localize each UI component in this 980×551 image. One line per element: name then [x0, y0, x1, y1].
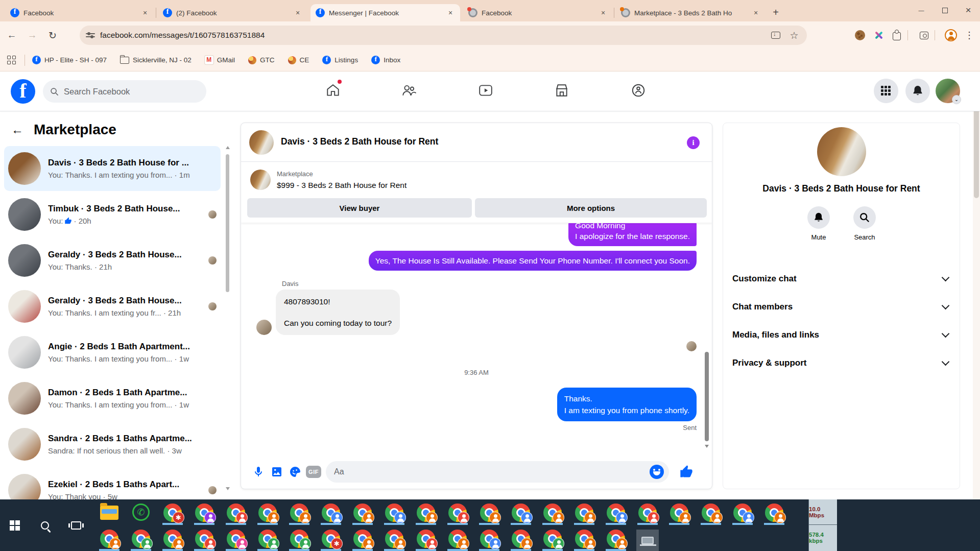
- taskbar-app-10[interactable]: [378, 530, 410, 551]
- message-scrollbar[interactable]: [704, 223, 709, 462]
- search-button[interactable]: Search: [842, 206, 888, 241]
- taskbar-app-15[interactable]: [537, 504, 568, 525]
- bookmark-item-3[interactable]: GMail: [205, 56, 235, 64]
- taskbar-app-18[interactable]: [632, 530, 663, 551]
- chat-list-item-1[interactable]: Davis · 3 Beds 2 Bath House for ...You: …: [4, 146, 221, 191]
- taskbar-app-4[interactable]: [188, 530, 220, 551]
- bookmark-item-6[interactable]: Listings: [322, 56, 358, 64]
- back-arrow-icon[interactable]: [8, 121, 27, 139]
- browser-tab-4[interactable]: Facebook: [463, 4, 613, 21]
- cookie-extension-icon[interactable]: [853, 29, 867, 42]
- taskbar-app-9[interactable]: [347, 504, 378, 525]
- chat-list-item-8[interactable]: Ezekiel · 2 Beds 1 Baths Apart...You: Th…: [4, 468, 221, 499]
- window-minimize-button[interactable]: [910, 0, 933, 20]
- taskbar-app-3[interactable]: [157, 504, 188, 525]
- start-button[interactable]: [0, 499, 30, 551]
- taskbar-app-12[interactable]: [442, 504, 473, 525]
- taskbar-app-17[interactable]: [600, 504, 632, 525]
- taskbar-app-14[interactable]: [505, 504, 537, 525]
- taskbar-app-11[interactable]: [410, 504, 442, 525]
- message-bubble-outgoing[interactable]: Good Morning I apologize for the late re…: [568, 223, 697, 246]
- taskbar-app-9[interactable]: [347, 530, 378, 551]
- scroll-down-arrow[interactable]: [226, 487, 230, 490]
- forward-button[interactable]: →: [23, 27, 41, 44]
- taskbar-search-button[interactable]: [30, 499, 60, 551]
- window-close-button[interactable]: [957, 0, 980, 20]
- details-avatar[interactable]: [817, 127, 866, 176]
- taskbar-app-15[interactable]: [537, 530, 568, 551]
- facebook-search-input[interactable]: [64, 87, 192, 97]
- nav-watch-tab[interactable]: [473, 78, 498, 103]
- conversation-avatar[interactable]: [249, 130, 274, 155]
- side-panel-search-icon[interactable]: [917, 29, 930, 42]
- nav-home-tab[interactable]: [320, 78, 346, 103]
- chat-list-item-5[interactable]: Angie · 2 Beds 1 Bath Apartment...You: T…: [4, 330, 221, 375]
- browser-profile-avatar[interactable]: [944, 29, 958, 42]
- scroll-up-arrow[interactable]: [226, 146, 230, 149]
- taskbar-app-1[interactable]: [93, 504, 125, 525]
- bookmark-item-2[interactable]: Sicklerville, NJ - 02: [120, 56, 192, 64]
- info-icon[interactable]: [687, 136, 700, 149]
- taskbar-app-11[interactable]: [410, 530, 442, 551]
- composer-input-pill[interactable]: [326, 461, 669, 483]
- apps-menu-button[interactable]: [874, 79, 898, 103]
- attach-photo-button[interactable]: [268, 463, 286, 481]
- tab-close-icon[interactable]: [599, 8, 608, 17]
- taskbar-app-2[interactable]: [125, 504, 157, 525]
- taskbar-app-21[interactable]: [727, 504, 758, 525]
- bookmark-item-4[interactable]: GTC: [248, 56, 275, 64]
- page-scrollbar[interactable]: [973, 71, 980, 499]
- scrollbar-thumb[interactable]: [705, 352, 709, 441]
- taskbar-app-5[interactable]: [220, 530, 252, 551]
- browser-tab-2[interactable]: (2) Facebook: [158, 4, 307, 21]
- facebook-logo[interactable]: f: [11, 79, 35, 104]
- taskbar-app-2[interactable]: [125, 530, 157, 551]
- tab-close-icon[interactable]: [446, 8, 455, 17]
- composer-input[interactable]: [334, 467, 650, 476]
- back-button[interactable]: ←: [3, 27, 20, 44]
- network-speed-widget[interactable]: 10.0 Mbps 578.4 kbps: [808, 499, 837, 551]
- notifications-button[interactable]: [905, 79, 930, 103]
- bookmark-item-1[interactable]: HP - Elite - SH - 097: [32, 56, 107, 64]
- taskbar-app-6[interactable]: [252, 504, 283, 525]
- browser-tab-1[interactable]: Facebook: [5, 4, 155, 21]
- taskbar-app-13[interactable]: [473, 530, 505, 551]
- tab-close-icon[interactable]: [751, 8, 760, 17]
- nav-friends-tab[interactable]: [396, 78, 422, 103]
- window-maximize-button[interactable]: [933, 0, 957, 20]
- taskbar-app-5[interactable]: [220, 504, 252, 525]
- profile-avatar[interactable]: ⌄: [936, 79, 960, 103]
- taskbar-app-22[interactable]: [758, 504, 790, 525]
- message-bubble-outgoing[interactable]: Thanks. I am texting you from phone shor…: [557, 388, 697, 421]
- taskbar-app-4[interactable]: [188, 504, 220, 525]
- tab-close-icon[interactable]: [293, 8, 302, 17]
- browser-tab-3[interactable]: Messenger | Facebook: [310, 4, 460, 21]
- section-privacy-support[interactable]: Privacy & support: [723, 349, 960, 377]
- listing-title[interactable]: $999 - 3 Beds 2 Bath House for Rent: [277, 181, 407, 190]
- install-app-icon[interactable]: [769, 29, 782, 42]
- taskbar-app-16[interactable]: [568, 530, 600, 551]
- nav-groups-tab[interactable]: [626, 78, 651, 103]
- taskbar-app-6[interactable]: [252, 530, 283, 551]
- section-chat-members[interactable]: Chat members: [723, 293, 960, 321]
- taskbar-app-12[interactable]: [442, 530, 473, 551]
- x-extension-icon[interactable]: [872, 29, 885, 42]
- extensions-puzzle-icon[interactable]: [890, 29, 903, 42]
- taskbar-app-19[interactable]: [663, 504, 695, 525]
- voice-clip-button[interactable]: [249, 463, 268, 481]
- taskbar-app-14[interactable]: [505, 530, 537, 551]
- bookmark-item-5[interactable]: CE: [288, 56, 309, 64]
- gif-button[interactable]: GIF: [304, 463, 323, 481]
- taskbar-app-18[interactable]: [632, 504, 663, 525]
- apps-grid-icon[interactable]: [7, 56, 16, 65]
- site-settings-icon[interactable]: [86, 31, 95, 40]
- browser-tab-5[interactable]: Marketplace - 3 Beds 2 Bath Ho: [616, 4, 766, 21]
- taskbar-app-7[interactable]: [283, 504, 315, 525]
- bookmark-star-icon[interactable]: [787, 29, 801, 42]
- facebook-search[interactable]: [43, 80, 206, 103]
- sticker-button[interactable]: [286, 463, 304, 481]
- taskbar-app-13[interactable]: [473, 504, 505, 525]
- message-bubble-outgoing[interactable]: Yes, The House Is Still Available. Pleas…: [369, 251, 697, 271]
- sender-avatar[interactable]: [256, 320, 272, 335]
- taskbar-app-16[interactable]: [568, 504, 600, 525]
